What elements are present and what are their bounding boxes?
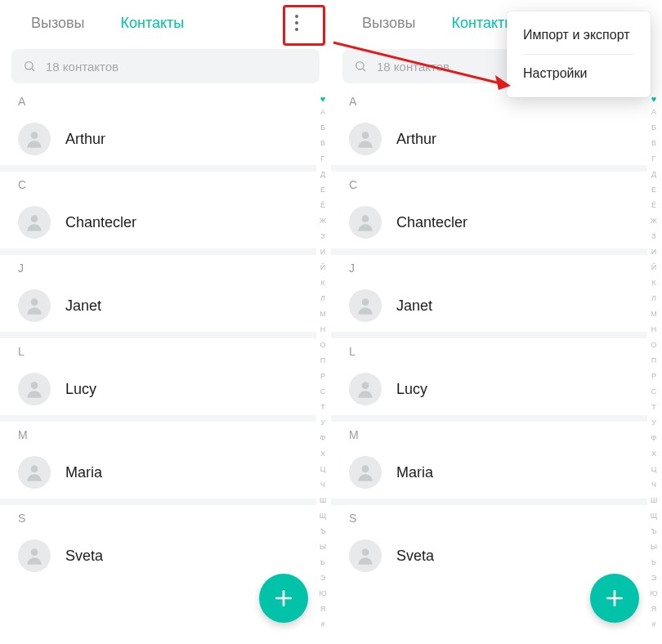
index-letter[interactable]: Е	[320, 182, 325, 198]
index-letter[interactable]: М	[320, 306, 326, 322]
add-contact-fab[interactable]	[259, 574, 308, 623]
index-letter[interactable]: Я	[651, 602, 657, 617]
tab-calls[interactable]: Вызовы	[344, 0, 434, 46]
index-letter[interactable]: Ч	[651, 477, 656, 493]
index-letter[interactable]: Ь	[651, 555, 656, 570]
contact-row[interactable]: Maria	[331, 446, 647, 499]
index-letter[interactable]: Х	[651, 446, 656, 462]
index-letter[interactable]: Л	[320, 291, 325, 306]
more-button[interactable]	[280, 7, 313, 39]
contact-row[interactable]: Arthur	[331, 113, 647, 165]
index-letter[interactable]: #	[651, 617, 655, 633]
index-letter[interactable]: У	[320, 415, 325, 431]
index-letter[interactable]: Ж	[651, 213, 657, 229]
index-letter[interactable]: Л	[651, 291, 656, 306]
index-letter[interactable]: Ы	[320, 539, 326, 555]
index-letter[interactable]: Ь	[320, 555, 325, 570]
index-letter[interactable]: Ф	[320, 431, 326, 446]
index-letter[interactable]: Т	[651, 400, 656, 415]
tab-contacts[interactable]: Контакты	[103, 0, 203, 46]
index-letter[interactable]: В	[320, 136, 325, 151]
index-letter[interactable]: Б	[320, 120, 325, 136]
svg-point-12	[362, 132, 369, 139]
contacts-list[interactable]: AArthurCChanteclerJJanetLLucyMMariaSSvet…	[331, 92, 647, 644]
index-letter[interactable]: Ю	[319, 586, 326, 602]
menu-import-export[interactable]: Импорт и экспорт	[507, 16, 651, 54]
index-letter[interactable]: И	[651, 244, 656, 260]
contact-name: Maria	[65, 464, 102, 481]
index-letter[interactable]: О	[320, 338, 325, 353]
index-letter[interactable]: П	[320, 353, 325, 369]
index-letter[interactable]: Е	[651, 182, 656, 198]
index-letter[interactable]: Ъ	[320, 524, 325, 539]
index-letter[interactable]: Щ	[320, 508, 326, 524]
index-letter[interactable]: Т	[320, 400, 325, 415]
tab-calls[interactable]: Вызовы	[13, 0, 103, 46]
index-letter[interactable]: Н	[320, 322, 326, 338]
contact-row[interactable]: Sveta	[331, 530, 647, 582]
index-letter[interactable]: Ё	[320, 198, 325, 213]
index-letter[interactable]: Ж	[320, 213, 326, 229]
index-letter[interactable]: Р	[320, 369, 325, 384]
index-letter[interactable]: Ш	[320, 493, 326, 508]
heart-icon[interactable]: ♥	[651, 93, 657, 105]
contact-row[interactable]: Arthur	[0, 113, 316, 165]
index-letter[interactable]: С	[651, 384, 657, 400]
contacts-list[interactable]: AArthurCChanteclerJJanetLLucyMMariaSSvet…	[0, 92, 316, 644]
index-letter[interactable]: Ё	[651, 198, 656, 213]
contact-row[interactable]: Janet	[331, 280, 647, 332]
index-letter[interactable]: А	[320, 105, 325, 120]
heart-icon[interactable]: ♥	[320, 93, 326, 105]
index-letter[interactable]: Я	[320, 602, 326, 617]
contact-name: Chantecler	[65, 214, 136, 231]
index-letter[interactable]: М	[651, 306, 657, 322]
index-letter[interactable]: Ю	[650, 586, 657, 602]
index-letter[interactable]: Р	[651, 369, 656, 384]
contact-row[interactable]: Chantecler	[0, 196, 316, 248]
index-letter[interactable]: П	[651, 353, 656, 369]
index-letter[interactable]: Г	[652, 151, 656, 167]
index-letter[interactable]: С	[320, 384, 326, 400]
contact-row[interactable]: Maria	[0, 446, 316, 499]
index-letter[interactable]: Ф	[651, 431, 657, 446]
index-letter[interactable]: Н	[651, 322, 657, 338]
svg-point-3	[31, 215, 38, 222]
index-letter[interactable]: И	[320, 244, 325, 260]
index-letter[interactable]: Щ	[651, 508, 657, 524]
contact-row[interactable]: Janet	[0, 280, 316, 332]
index-letter[interactable]: #	[320, 617, 324, 633]
contact-name: Lucy	[65, 381, 96, 398]
index-letter[interactable]: Ч	[320, 477, 325, 493]
contact-row[interactable]: Sveta	[0, 530, 316, 582]
index-letter[interactable]: В	[651, 136, 656, 151]
index-letter[interactable]: К	[320, 275, 324, 291]
index-letter[interactable]: О	[651, 338, 656, 353]
index-letter[interactable]: Ц	[651, 462, 657, 477]
contact-row[interactable]: Lucy	[331, 363, 647, 415]
index-letter[interactable]: А	[651, 105, 656, 120]
menu-settings[interactable]: Настройки	[507, 55, 651, 92]
index-letter[interactable]: Й	[320, 260, 325, 275]
index-letter[interactable]: Г	[321, 151, 325, 167]
contact-row[interactable]: Lucy	[0, 363, 316, 415]
index-letter[interactable]: Й	[651, 260, 656, 275]
index-letter[interactable]: Э	[320, 570, 325, 586]
index-letter[interactable]: З	[320, 229, 324, 244]
index-letter[interactable]: У	[651, 415, 656, 431]
add-contact-fab[interactable]	[590, 574, 639, 623]
index-letter[interactable]: Ъ	[651, 524, 656, 539]
index-letter[interactable]: К	[651, 275, 655, 291]
search-bar[interactable]: 18 контактов	[11, 49, 320, 83]
index-letter[interactable]: Ц	[320, 462, 326, 477]
alpha-index[interactable]: ♥ АБВГДЕЁЖЗИЙКЛМНОПРСТУФХЦЧШЩЪЫЬЭЮЯ#	[647, 92, 660, 644]
index-letter[interactable]: Б	[651, 120, 656, 136]
index-letter[interactable]: З	[651, 229, 655, 244]
index-letter[interactable]: Э	[651, 570, 656, 586]
index-letter[interactable]: Д	[651, 167, 656, 182]
index-letter[interactable]: Х	[320, 446, 325, 462]
contact-row[interactable]: Chantecler	[331, 196, 647, 248]
index-letter[interactable]: Д	[320, 167, 325, 182]
index-letter[interactable]: Ы	[651, 539, 657, 555]
index-letter[interactable]: Ш	[651, 493, 657, 508]
alpha-index[interactable]: ♥ АБВГДЕЁЖЗИЙКЛМНОПРСТУФХЦЧШЩЪЫЬЭЮЯ#	[316, 92, 329, 644]
